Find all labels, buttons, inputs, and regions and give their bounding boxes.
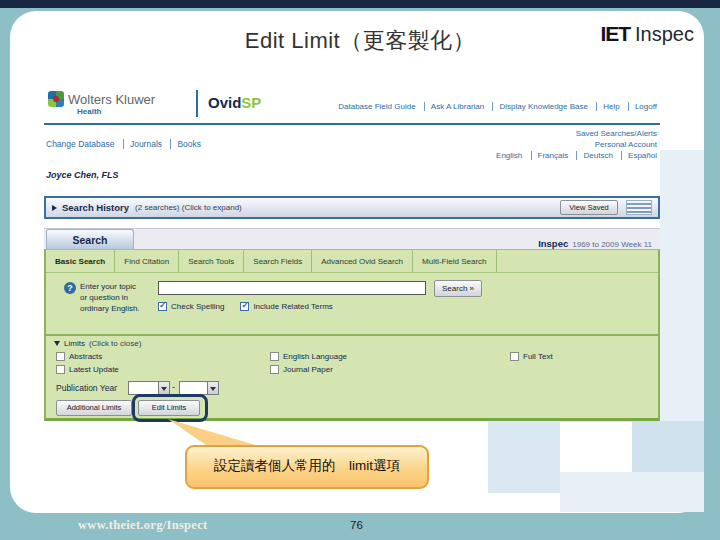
latest-update-checkbox[interactable] xyxy=(56,365,65,374)
database-name: Inspec xyxy=(538,238,568,249)
tab-search[interactable]: Search xyxy=(46,229,134,250)
search-button[interactable]: Search » xyxy=(434,280,482,297)
ovid-text: Ovid xyxy=(208,94,241,111)
tab-basic-search[interactable]: Basic Search xyxy=(46,250,115,272)
limit-full-text: Full Text xyxy=(510,352,553,361)
nav-links: Change Database Journals Books xyxy=(46,139,201,149)
link-display-knowledge-base[interactable]: Display Knowledge Base xyxy=(492,102,588,111)
link-espanol[interactable]: Español xyxy=(621,151,657,160)
dropdown-arrow-icon[interactable] xyxy=(158,382,169,394)
ovidsp-logo: OvidSP xyxy=(208,94,261,111)
search-prompt: Enter your topic or question in ordinary… xyxy=(80,281,140,314)
additional-limits-button[interactable]: Additional Limits xyxy=(56,400,132,416)
expand-arrow-icon xyxy=(52,205,57,211)
include-related-terms-checkbox[interactable] xyxy=(240,302,249,311)
year-range-separator: - xyxy=(172,382,175,392)
dropdown-arrow-icon[interactable] xyxy=(207,382,218,394)
search-options: Check Spelling Include Related Terms xyxy=(158,302,349,311)
search-history-title: Search History xyxy=(62,202,129,213)
publication-year-label: Publication Year xyxy=(56,383,117,393)
limit-journal-paper: Journal Paper xyxy=(270,365,333,374)
wolters-kluwer-logo-icon xyxy=(48,91,64,107)
link-english[interactable]: English xyxy=(496,151,522,160)
search-mode-tabs: Basic Search Find Citation Search Tools … xyxy=(46,250,658,273)
limit-abstracts: Abstracts xyxy=(56,352,102,361)
full-text-checkbox[interactable] xyxy=(510,352,519,361)
include-related-terms-label: Include Related Terms xyxy=(253,302,332,311)
link-francais[interactable]: Français xyxy=(531,151,569,160)
link-deutsch[interactable]: Deutsch xyxy=(576,151,612,160)
check-spelling-checkbox[interactable] xyxy=(158,302,167,311)
english-language-checkbox[interactable] xyxy=(270,352,279,361)
wolters-kluwer-name: Wolters Kluwer xyxy=(68,92,155,107)
check-spelling-label: Check Spelling xyxy=(171,302,224,311)
top-utility-links: Database Field Guide Ask A Librarian Dis… xyxy=(338,102,657,111)
tab-find-citation[interactable]: Find Citation xyxy=(115,250,179,272)
limits-section: Limits (Click to close) Abstracts Latest… xyxy=(46,336,658,418)
search-panel-body: Basic Search Find Citation Search Tools … xyxy=(44,249,660,421)
database-range: 1969 to 2009 Week 11 xyxy=(572,240,652,249)
basic-search-area: Enter your topic or question in ordinary… xyxy=(46,274,658,334)
sp-text: SP xyxy=(241,94,261,111)
inspec-logo-text: Inspec xyxy=(635,23,694,45)
health-label: Health xyxy=(77,107,101,116)
journal-paper-checkbox[interactable] xyxy=(270,365,279,374)
ovidsp-screenshot: Wolters Kluwer Health OvidSP Database Fi… xyxy=(44,85,660,421)
search-input[interactable] xyxy=(158,281,426,295)
tab-multi-field-search[interactable]: Multi-Field Search xyxy=(413,250,496,272)
tab-advanced-ovid-search[interactable]: Advanced Ovid Search xyxy=(312,250,413,272)
limit-latest-update: Latest Update xyxy=(56,365,119,374)
collapse-stripes-icon[interactable] xyxy=(626,200,652,215)
limits-header[interactable]: Limits (Click to close) xyxy=(54,339,141,348)
search-panel-header: Search Inspec1969 to 2009 Week 11 xyxy=(44,228,660,249)
link-logoff[interactable]: Logoff xyxy=(628,102,657,111)
decor-square xyxy=(488,421,560,493)
iet-logo-text: IET xyxy=(600,22,630,45)
search-history-bar[interactable]: Search History (2 searches) (Click to ex… xyxy=(44,196,660,219)
footer-url: www.theiet.org/Inspect xyxy=(78,518,208,533)
edit-limits-highlight-ring xyxy=(132,394,208,422)
language-links: English Français Deutsch Español xyxy=(496,151,657,160)
search-history-meta: (2 searches) (Click to expand) xyxy=(135,203,242,212)
link-change-database[interactable]: Change Database xyxy=(46,139,115,149)
iet-inspec-logo: IETInspec xyxy=(600,22,694,46)
limit-english-language: English Language xyxy=(270,352,347,361)
page-number: 76 xyxy=(350,519,363,531)
view-saved-button[interactable]: View Saved xyxy=(560,200,618,215)
link-help[interactable]: Help xyxy=(596,102,619,111)
brand-divider xyxy=(196,90,198,117)
link-books[interactable]: Books xyxy=(170,139,201,149)
publication-year-to-select[interactable] xyxy=(179,381,219,395)
user-name: Joyce Chen, FLS xyxy=(46,170,119,180)
limits-meta: (Click to close) xyxy=(89,339,141,348)
header-rule xyxy=(44,123,660,125)
callout-note: 設定讀者個人常用的 limit選項 xyxy=(185,445,429,489)
publication-year-from-select[interactable] xyxy=(128,381,170,395)
limits-title: Limits xyxy=(64,339,85,348)
decor-square xyxy=(560,472,704,512)
link-database-field-guide[interactable]: Database Field Guide xyxy=(338,102,415,111)
link-saved-searches[interactable]: Saved Searches/Alerts xyxy=(576,129,657,138)
link-journals[interactable]: Journals xyxy=(123,139,162,149)
slide-top-border xyxy=(0,0,720,8)
collapse-arrow-icon xyxy=(54,341,60,346)
help-icon xyxy=(64,282,76,294)
tab-search-tools[interactable]: Search Tools xyxy=(179,250,244,272)
tab-search-fields[interactable]: Search Fields xyxy=(244,250,312,272)
abstracts-checkbox[interactable] xyxy=(56,352,65,361)
link-personal-account[interactable]: Personal Account xyxy=(595,140,657,149)
link-ask-a-librarian[interactable]: Ask A Librarian xyxy=(424,102,484,111)
